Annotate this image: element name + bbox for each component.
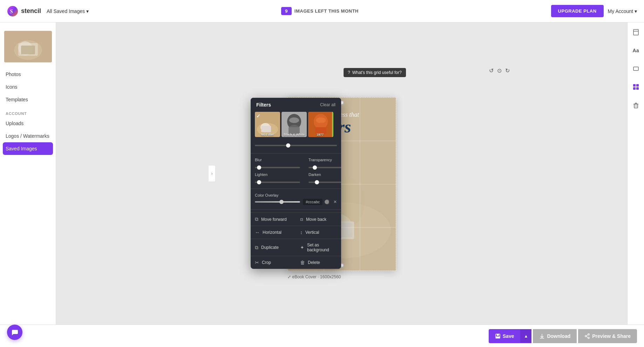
color-overlay-toggle[interactable] (325, 199, 329, 204)
download-label: Download (547, 333, 570, 339)
chat-button[interactable] (7, 325, 22, 340)
save-arrow-icon: ▲ (524, 334, 528, 339)
sidebar-image-preview (0, 28, 56, 68)
preview-share-button[interactable]: Preview & Share (578, 329, 637, 343)
save-dropdown-button[interactable]: ▲ (520, 329, 531, 343)
save-main-button[interactable]: Save (489, 329, 521, 343)
all-saved-label: All Saved Images (47, 8, 85, 14)
set-as-background-button[interactable]: ✦ Set as background (296, 239, 341, 256)
transparency-slider[interactable] (309, 167, 341, 168)
redo-button[interactable]: ↻ (505, 67, 510, 74)
darken-slider-row: Darken (304, 171, 341, 186)
move-back-button[interactable]: ⧈ Move back (296, 212, 341, 226)
svg-rect-42 (497, 334, 499, 336)
blur-slider[interactable] (255, 167, 300, 168)
download-button[interactable]: Download (533, 329, 577, 343)
shape-tool-button[interactable] (630, 63, 642, 74)
blur-label: Blur (255, 158, 300, 162)
svg-rect-31 (633, 67, 638, 70)
svg-rect-43 (496, 336, 500, 338)
topbar-right: UPGRADE PLAN My Account ▾ (551, 5, 637, 17)
account-button[interactable]: My Account ▾ (608, 8, 637, 14)
blur-slider-row: Blur (251, 156, 304, 171)
thumbnail-image (4, 31, 52, 62)
chat-icon (11, 328, 19, 336)
color-clear-button[interactable]: ✕ (333, 199, 337, 204)
lighten-slider[interactable] (255, 182, 300, 183)
grid-controls: ↺ ⊙ ↻ (489, 67, 510, 74)
svg-line-49 (587, 335, 588, 336)
darken-slider[interactable] (309, 182, 341, 183)
transparency-slider-row: Transparency (304, 156, 341, 171)
sidebar-item-saved-images[interactable]: Saved Images (3, 142, 53, 155)
help-icon: ? (348, 70, 350, 75)
duplicate-label: Duplicate (261, 245, 279, 250)
images-left-text: IMAGES LEFT THIS MONTH (294, 8, 359, 14)
delete-tool-button[interactable] (630, 100, 642, 111)
vertical-flip-button[interactable]: ↕ Vertical (296, 226, 341, 239)
move-forward-button[interactable]: ⧉ Move forward (251, 212, 296, 226)
filters-panel: Filters Clear all No Filter (251, 98, 341, 269)
svg-point-4 (18, 41, 32, 55)
color-hex-value: #cccabc (303, 199, 323, 205)
delete-button[interactable]: 🗑 Delete (296, 256, 341, 269)
svg-rect-6 (21, 46, 35, 54)
svg-text:S: S (10, 8, 13, 14)
grid-tool-button[interactable] (630, 81, 642, 93)
filter-no-filter[interactable]: No Filter (255, 112, 280, 137)
filters-header: Filters Clear all (251, 98, 341, 112)
duplicate-button[interactable]: ⧉ Duplicate (251, 239, 296, 256)
sidebar-collapse-button[interactable]: › (209, 165, 216, 182)
crop-label: Crop (262, 260, 271, 265)
filters-clear-button[interactable]: Clear all (320, 102, 335, 107)
filter-1977[interactable]: 1977 (308, 112, 333, 137)
bottom-bar: Save ▲ Download Preview & Share (0, 325, 644, 347)
vertical-label: Vertical (305, 230, 319, 235)
sidebar-account-section: ACCOUNT (0, 106, 56, 117)
color-overlay-row: Color Overlay #cccabc ✕ (251, 192, 341, 206)
horizontal-flip-button[interactable]: ↔ Horizontal (251, 226, 296, 239)
topbar: S stencil All Saved Images ▾ 9 IMAGES LE… (0, 0, 644, 22)
save-button-group: Save ▲ (489, 329, 532, 343)
crop-button[interactable]: ✂ Crop (251, 256, 296, 269)
all-saved-button[interactable]: All Saved Images ▾ (47, 8, 89, 14)
transparency-label: Transparency (309, 158, 341, 162)
crop-icon: ✂ (255, 260, 259, 265)
filter-bw-label: Black & White (282, 133, 307, 136)
logo: S stencil (7, 6, 41, 17)
sidebar-thumbnail[interactable] (4, 31, 52, 62)
color-overlay-controls: #cccabc ✕ (255, 199, 337, 205)
lighten-label: Lighten (255, 172, 300, 177)
lighten-darken-row: Lighten Darken (251, 171, 341, 186)
filter-thumbnails: No Filter Black & White (251, 112, 341, 141)
topbar-left: S stencil All Saved Images ▾ (7, 6, 89, 17)
canvas-area[interactable]: › ? What's this grid useful for? ↺ ⊙ ↻ (56, 22, 627, 325)
filter-strength-slider[interactable] (255, 145, 337, 146)
logo-icon: S (7, 6, 18, 17)
filter-divider-1 (251, 153, 341, 154)
canvas-size-label: eBook Cover · 1600x2560 (292, 274, 341, 279)
svg-rect-33 (636, 84, 639, 87)
filter-black-white[interactable]: Black & White (282, 112, 307, 137)
trash-icon (632, 102, 639, 109)
reset-button[interactable]: ⊙ (497, 67, 502, 74)
svg-point-46 (588, 334, 589, 335)
sidebar-item-uploads[interactable]: Uploads (0, 117, 56, 130)
template-tool-button[interactable] (630, 27, 642, 38)
filter-divider-2 (251, 189, 341, 189)
right-toolbar: Aa (627, 22, 644, 325)
horizontal-label: Horizontal (263, 230, 282, 235)
text-tool-button[interactable]: Aa (630, 45, 642, 56)
sidebar-item-templates[interactable]: Templates (0, 93, 56, 106)
upgrade-button[interactable]: UPGRADE PLAN (551, 5, 604, 17)
color-overlay-slider[interactable] (255, 201, 300, 203)
sidebar: Photos Icons Templates ACCOUNT Uploads L… (0, 22, 56, 325)
sidebar-item-photos[interactable]: Photos (0, 68, 56, 81)
svg-rect-36 (634, 104, 638, 108)
move-forward-icon: ⧉ (255, 216, 258, 222)
preview-label: Preview & Share (592, 333, 631, 339)
sidebar-item-logos-watermarks[interactable]: Logos / Watermarks (0, 130, 56, 142)
toggle-thumb (325, 200, 329, 204)
sidebar-item-icons[interactable]: Icons (0, 81, 56, 93)
undo-button[interactable]: ↺ (489, 67, 494, 74)
